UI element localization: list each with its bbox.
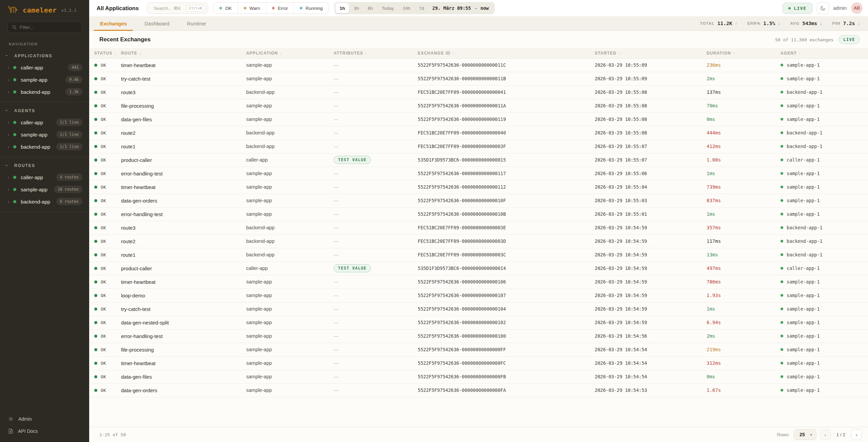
duration-cell: 0ms: [707, 370, 781, 383]
range-button-today[interactable]: Today: [377, 2, 398, 14]
filter-chip-ok[interactable]: OK: [214, 3, 238, 14]
avatar[interactable]: AD: [851, 2, 863, 14]
next-page-button[interactable]: ›: [851, 429, 862, 440]
column-header-route[interactable]: ROUTE↕: [121, 48, 246, 58]
duration-cell: 444ms: [707, 126, 781, 140]
range-button-6h[interactable]: 6h: [363, 2, 377, 14]
nav-section-header[interactable]: ›ROUTES: [0, 160, 89, 171]
agent-label: sample-app-1: [787, 211, 820, 217]
tab-runtime[interactable]: Runtime: [178, 16, 215, 30]
chevron-right-icon: ›: [8, 145, 9, 149]
sidebar-filter-input[interactable]: [20, 25, 77, 30]
sidebar-item-admin[interactable]: Admin: [0, 413, 89, 425]
keyboard-shortcut-badge: Ctrl+K: [186, 5, 205, 12]
tab-exchanges[interactable]: Exchanges: [91, 16, 136, 30]
chevron-right-icon: ›: [8, 132, 9, 137]
attribute-badge: TEST VALUE: [334, 264, 371, 272]
table-row[interactable]: OKfile-processingsample-app—5522F5F97542…: [89, 343, 868, 356]
application-cell: sample-app: [246, 180, 334, 194]
tab-dashboard[interactable]: Dashboard: [136, 16, 178, 30]
column-header-application[interactable]: APPLICATION↕: [246, 48, 334, 58]
table-row[interactable]: OKerror-handling-testsample-app—5522F5F9…: [89, 329, 868, 343]
ok-status-dot-icon: [94, 104, 97, 107]
nav-item-label: sample-app: [21, 132, 47, 138]
table-row[interactable]: OKroute3backend-app—FEC51BC20E7FF09-0000…: [89, 85, 868, 99]
status-cell: OK: [89, 356, 121, 370]
status-label: OK: [101, 307, 106, 312]
sidebar-item-sample-app[interactable]: ›sample-app1/1 live: [0, 128, 89, 141]
live-toggle-button[interactable]: LIVE: [783, 3, 812, 14]
table-body: OKtimer-heartbeatsample-app—5522F5F97542…: [89, 58, 868, 397]
sidebar-item-backend-app[interactable]: ›backend-app1/1 live: [0, 141, 89, 153]
table-row[interactable]: OKdata-gen-filessample-app—5522F5F975426…: [89, 112, 868, 126]
route-cell: timer-heartbeat: [121, 58, 246, 72]
sidebar-item-sample-app[interactable]: ›sample-app9.4k: [0, 73, 89, 86]
table-row[interactable]: OKroute2backend-app—FEC51BC20E7FF09-0000…: [89, 234, 868, 248]
table-row[interactable]: OKdata-gen-orderssample-app—5522F5F97542…: [89, 383, 868, 397]
rows-per-page-select[interactable]: 25 ▾: [794, 429, 816, 440]
table-row[interactable]: OKtimer-heartbeatsample-app—5522F5F97542…: [89, 180, 868, 194]
attributes-cell: —: [334, 167, 418, 180]
table-row[interactable]: OKroute3backend-app—FEC51BC20E7FF09-0000…: [89, 221, 868, 234]
sidebar-item-sample-app[interactable]: ›sample-app18 routes: [0, 183, 89, 195]
no-attributes-dash: —: [334, 76, 338, 81]
date-range[interactable]: 29. März 09:55 → now: [429, 5, 494, 11]
agent-label: caller-app-1: [787, 157, 820, 163]
filter-chip-running[interactable]: Running: [294, 3, 328, 14]
started-cell: 2026-03-29 10:54:59: [595, 302, 707, 316]
sidebar-item-caller-app[interactable]: ›caller-app1/1 live: [0, 116, 89, 128]
table-row[interactable]: OKtimer-heartbeatsample-app—5522F5F97542…: [89, 356, 868, 370]
status-label: OK: [101, 117, 106, 122]
attributes-cell: —: [334, 207, 418, 221]
table-row[interactable]: OKtimer-heartbeatsample-app—5522F5F97542…: [89, 275, 868, 289]
table-row[interactable]: OKtimer-heartbeatsample-app—5522F5F97542…: [89, 58, 868, 72]
nav-section-header[interactable]: ›APPLICATIONS: [0, 50, 89, 61]
sidebar-item-backend-app[interactable]: ›backend-app6 routes: [0, 195, 89, 208]
table-row[interactable]: OKproduct-callercaller-appTEST VALUE535D…: [89, 261, 868, 275]
filter-chip-error[interactable]: Error: [266, 3, 294, 14]
agent-cell: sample-app-1: [781, 112, 868, 126]
column-header-duration[interactable]: DURATION↕: [707, 48, 781, 58]
column-header-started[interactable]: STARTED↕: [595, 48, 707, 58]
application-cell: backend-app: [246, 140, 334, 153]
table-row[interactable]: OKroute1backend-app—FEC51BC20E7FF09-0000…: [89, 140, 868, 153]
table-row[interactable]: OKdata-gen-filessample-app—5522F5F975426…: [89, 370, 868, 383]
sidebar-item-caller-app[interactable]: ›caller-app441: [0, 61, 89, 73]
table-row[interactable]: OKdata-gen-orderssample-app—5522F5F97542…: [89, 194, 868, 207]
table-row[interactable]: OKerror-handling-testsample-app—5522F5F9…: [89, 207, 868, 221]
range-button-3h[interactable]: 3h: [349, 2, 363, 14]
ok-status-dot-icon: [94, 213, 97, 216]
range-button-1h[interactable]: 1h: [335, 3, 350, 13]
column-header-agent[interactable]: AGENT↕: [781, 48, 868, 58]
attributes-cell: —: [334, 194, 418, 207]
sidebar-filter-box[interactable]: [7, 21, 82, 33]
table-row[interactable]: OKroute1backend-app—FEC51BC20E7FF09-0000…: [89, 248, 868, 261]
table-row[interactable]: OKloop-demosample-app—5522F5F97542636-00…: [89, 289, 868, 302]
search-box[interactable]: Ctrl+K: [147, 2, 208, 14]
table-row[interactable]: OKfile-processingsample-app—5522F5F97542…: [89, 99, 868, 112]
attributes-cell: —: [334, 248, 418, 261]
nav-section-header[interactable]: ›AGENTS: [0, 105, 89, 116]
duration-cell: 219ms: [707, 343, 781, 356]
search-input[interactable]: [154, 6, 183, 11]
sidebar-item-api-docs[interactable]: API Docs: [0, 425, 89, 437]
sidebar-item-caller-app[interactable]: ›caller-app4 routes: [0, 171, 89, 183]
table-row[interactable]: OKroute2backend-app—FEC51BC20E7FF09-0000…: [89, 126, 868, 140]
table-row[interactable]: OKtry-catch-testsample-app—5522F5F975426…: [89, 302, 868, 316]
range-button-24h[interactable]: 24h: [398, 2, 415, 14]
table-row[interactable]: OKdata-gen-nested-splitsample-app—5522F5…: [89, 316, 868, 329]
nav-item-badge: 9.4k: [65, 76, 82, 83]
table-row[interactable]: OKerror-handling-testsample-app—5522F5F9…: [89, 167, 868, 180]
previous-page-button[interactable]: ‹: [820, 429, 831, 440]
column-header-status[interactable]: STATUS↕: [89, 48, 121, 58]
sidebar-item-backend-app[interactable]: ›backend-app1.3k: [0, 86, 89, 98]
application-cell: caller-app: [246, 153, 334, 167]
theme-toggle-button[interactable]: [817, 2, 829, 14]
table-row[interactable]: OKproduct-callercaller-appTEST VALUE535D…: [89, 153, 868, 167]
table-row[interactable]: OKtry-catch-testsample-app—5522F5F975426…: [89, 72, 868, 85]
filter-chip-warn[interactable]: Warn: [238, 3, 266, 14]
range-button-7d[interactable]: 7d: [415, 2, 429, 14]
application-cell: sample-app: [246, 343, 334, 356]
column-header-attributes[interactable]: ATTRIBUTES↕: [334, 48, 418, 58]
column-header-exchange-id[interactable]: EXCHANGE ID↕: [418, 48, 595, 58]
